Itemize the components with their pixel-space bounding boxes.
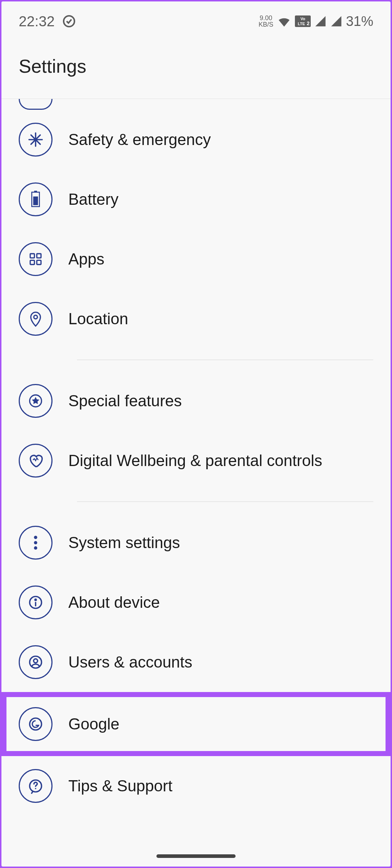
- status-time: 22:32: [19, 13, 55, 30]
- navigation-handle[interactable]: [156, 854, 236, 858]
- settings-item-apps[interactable]: Apps: [1, 229, 391, 289]
- item-label: Tips & Support: [68, 777, 172, 795]
- status-bar: 22:32 9.00 KB/S Vo: [1, 1, 391, 41]
- settings-item-location[interactable]: Location: [1, 289, 391, 349]
- settings-item-special-features[interactable]: Special features: [1, 371, 391, 431]
- settings-item-tips-support[interactable]: Tips & Support: [1, 756, 391, 816]
- item-label: System settings: [68, 534, 180, 552]
- apps-icon: [19, 242, 53, 276]
- settings-item-users-accounts[interactable]: Users & accounts: [1, 632, 391, 692]
- svg-point-21: [30, 718, 42, 730]
- svg-rect-8: [30, 254, 35, 258]
- svg-point-23: [35, 788, 36, 790]
- medical-icon: [19, 123, 53, 157]
- section-divider: [77, 501, 373, 502]
- svg-point-16: [34, 546, 37, 550]
- settings-item-google[interactable]: Google: [1, 692, 391, 756]
- settings-list: Safety & emergency Battery: [1, 99, 391, 867]
- battery-percent: 31%: [346, 14, 373, 29]
- heart-icon: [19, 444, 53, 478]
- svg-point-18: [35, 599, 36, 601]
- wifi-icon: [277, 14, 291, 28]
- settings-item-digital-wellbeing[interactable]: Digital Wellbeing & parental controls: [1, 431, 391, 490]
- svg-rect-10: [30, 260, 35, 265]
- svg-text:LTE: LTE: [298, 22, 305, 26]
- item-label: Digital Wellbeing & parental controls: [68, 452, 322, 470]
- svg-rect-7: [33, 196, 38, 205]
- item-label: About device: [68, 593, 160, 611]
- item-label: Google: [68, 715, 119, 733]
- partial-item[interactable]: [1, 99, 391, 110]
- item-label: Special features: [68, 392, 182, 410]
- svg-rect-11: [37, 260, 41, 265]
- section-divider: [77, 360, 373, 360]
- svg-text:2: 2: [307, 21, 310, 26]
- svg-rect-9: [37, 254, 41, 258]
- user-icon: [19, 645, 53, 679]
- signal-icon-1: [314, 15, 327, 27]
- page-title: Settings: [19, 55, 373, 77]
- svg-point-14: [34, 536, 37, 539]
- settings-item-battery[interactable]: Battery: [1, 169, 391, 229]
- item-label: Users & accounts: [68, 653, 192, 671]
- location-icon: [19, 302, 53, 336]
- signal-icon-2: [330, 15, 342, 27]
- settings-item-about-device[interactable]: About device: [1, 573, 391, 632]
- star-circle-icon: [19, 384, 53, 418]
- info-icon: [19, 586, 53, 619]
- volte-icon: Vo LTE 2: [295, 15, 311, 27]
- battery-icon: [19, 182, 53, 216]
- item-label: Location: [68, 310, 128, 328]
- svg-point-12: [34, 315, 37, 319]
- item-label: Battery: [68, 190, 118, 208]
- item-label: Apps: [68, 250, 104, 268]
- dots-vertical-icon: [19, 526, 53, 560]
- svg-point-20: [34, 659, 38, 663]
- settings-item-safety-emergency[interactable]: Safety & emergency: [1, 110, 391, 169]
- svg-text:Vo: Vo: [300, 17, 305, 21]
- page-header: Settings: [1, 41, 391, 99]
- settings-item-system-settings[interactable]: System settings: [1, 513, 391, 573]
- checkmark-circle-icon: [62, 14, 76, 28]
- google-icon: [19, 707, 53, 741]
- data-speed: 9.00 KB/S: [259, 15, 273, 28]
- svg-point-15: [34, 541, 37, 544]
- help-icon: [19, 769, 53, 803]
- item-label: Safety & emergency: [68, 131, 211, 149]
